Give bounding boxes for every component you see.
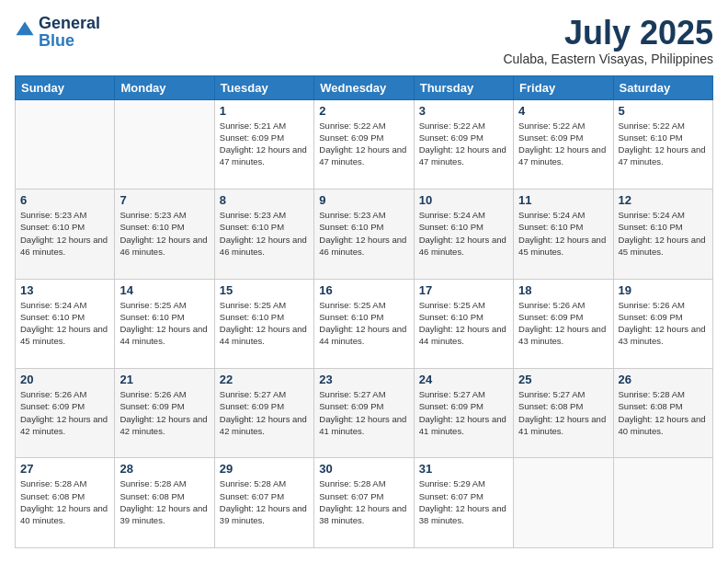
day-number: 23	[319, 373, 408, 386]
day-number: 16	[319, 283, 408, 297]
calendar-cell: 16Sunrise: 5:25 AM Sunset: 6:10 PM Dayli…	[314, 279, 414, 368]
calendar-week-row: 6Sunrise: 5:23 AM Sunset: 6:10 PM Daylig…	[16, 190, 713, 279]
calendar-cell: 19Sunrise: 5:26 AM Sunset: 6:09 PM Dayli…	[613, 279, 712, 368]
header: General Blue July 2025 Culaba, Eastern V…	[15, 15, 713, 66]
day-number: 22	[220, 373, 309, 386]
day-info: Sunrise: 5:29 AM Sunset: 6:07 PM Dayligh…	[419, 477, 508, 526]
calendar-cell: 1Sunrise: 5:21 AM Sunset: 6:09 PM Daylig…	[214, 99, 313, 189]
calendar-cell: 26Sunrise: 5:28 AM Sunset: 6:08 PM Dayli…	[613, 369, 712, 458]
day-number: 13	[20, 283, 109, 297]
day-info: Sunrise: 5:23 AM Sunset: 6:10 PM Dayligh…	[119, 209, 209, 258]
day-info: Sunrise: 5:27 AM Sunset: 6:09 PM Dayligh…	[419, 388, 508, 437]
day-number: 1	[220, 104, 309, 118]
generalblue-logo-icon	[15, 20, 35, 40]
page: General Blue July 2025 Culaba, Eastern V…	[0, 0, 728, 563]
day-number: 19	[619, 283, 708, 297]
day-number: 4	[518, 104, 608, 118]
day-number: 31	[419, 462, 508, 476]
calendar-cell: 14Sunrise: 5:25 AM Sunset: 6:10 PM Dayli…	[115, 279, 214, 368]
day-number: 17	[419, 283, 508, 297]
calendar-cell: 28Sunrise: 5:28 AM Sunset: 6:08 PM Dayli…	[115, 458, 214, 548]
calendar-table: SundayMondayTuesdayWednesdayThursdayFrid…	[15, 75, 713, 548]
calendar-cell: 5Sunrise: 5:22 AM Sunset: 6:10 PM Daylig…	[613, 99, 712, 189]
day-info: Sunrise: 5:28 AM Sunset: 6:08 PM Dayligh…	[619, 388, 708, 437]
calendar-week-row: 20Sunrise: 5:26 AM Sunset: 6:09 PM Dayli…	[16, 369, 713, 458]
day-number: 29	[220, 462, 309, 476]
calendar-cell: 25Sunrise: 5:27 AM Sunset: 6:08 PM Dayli…	[514, 369, 613, 458]
day-number: 18	[518, 283, 608, 297]
day-number: 27	[20, 462, 109, 476]
calendar-cell: 27Sunrise: 5:28 AM Sunset: 6:08 PM Dayli…	[16, 458, 115, 548]
calendar-cell: 17Sunrise: 5:25 AM Sunset: 6:10 PM Dayli…	[414, 279, 513, 368]
days-of-week-row: SundayMondayTuesdayWednesdayThursdayFrid…	[16, 75, 713, 99]
day-of-week-header: Tuesday	[214, 75, 313, 99]
day-of-week-header: Wednesday	[314, 75, 414, 99]
calendar-header: SundayMondayTuesdayWednesdayThursdayFrid…	[16, 75, 713, 99]
day-info: Sunrise: 5:24 AM Sunset: 6:10 PM Dayligh…	[419, 209, 508, 258]
calendar-cell: 24Sunrise: 5:27 AM Sunset: 6:09 PM Dayli…	[414, 369, 513, 458]
day-info: Sunrise: 5:22 AM Sunset: 6:09 PM Dayligh…	[518, 120, 608, 168]
day-number: 6	[20, 193, 109, 207]
calendar-cell: 29Sunrise: 5:28 AM Sunset: 6:07 PM Dayli…	[214, 458, 313, 548]
day-number: 8	[220, 193, 309, 207]
day-number: 5	[619, 104, 708, 118]
day-info: Sunrise: 5:22 AM Sunset: 6:10 PM Dayligh…	[619, 120, 708, 168]
day-number: 24	[419, 373, 508, 386]
day-info: Sunrise: 5:24 AM Sunset: 6:10 PM Dayligh…	[518, 209, 608, 258]
day-number: 2	[319, 104, 408, 118]
calendar-cell: 22Sunrise: 5:27 AM Sunset: 6:09 PM Dayli…	[214, 369, 313, 458]
calendar-cell: 2Sunrise: 5:22 AM Sunset: 6:09 PM Daylig…	[314, 99, 414, 189]
calendar-cell	[115, 99, 214, 189]
calendar-cell: 3Sunrise: 5:22 AM Sunset: 6:09 PM Daylig…	[414, 99, 513, 189]
day-info: Sunrise: 5:26 AM Sunset: 6:09 PM Dayligh…	[619, 299, 708, 348]
day-info: Sunrise: 5:28 AM Sunset: 6:08 PM Dayligh…	[119, 477, 209, 526]
day-info: Sunrise: 5:23 AM Sunset: 6:10 PM Dayligh…	[20, 209, 109, 258]
day-info: Sunrise: 5:25 AM Sunset: 6:10 PM Dayligh…	[419, 299, 508, 348]
day-of-week-header: Saturday	[613, 75, 712, 99]
calendar-week-row: 13Sunrise: 5:24 AM Sunset: 6:10 PM Dayli…	[16, 279, 713, 368]
day-info: Sunrise: 5:23 AM Sunset: 6:10 PM Dayligh…	[319, 209, 408, 258]
day-number: 20	[20, 373, 109, 386]
calendar-cell: 6Sunrise: 5:23 AM Sunset: 6:10 PM Daylig…	[16, 190, 115, 279]
day-info: Sunrise: 5:23 AM Sunset: 6:10 PM Dayligh…	[220, 209, 309, 258]
subtitle: Culaba, Eastern Visayas, Philippines	[503, 52, 713, 66]
day-number: 14	[119, 283, 209, 297]
day-info: Sunrise: 5:27 AM Sunset: 6:08 PM Dayligh…	[518, 388, 608, 437]
calendar-cell: 7Sunrise: 5:23 AM Sunset: 6:10 PM Daylig…	[115, 190, 214, 279]
day-of-week-header: Sunday	[16, 75, 115, 99]
day-number: 30	[319, 462, 408, 476]
calendar-cell: 13Sunrise: 5:24 AM Sunset: 6:10 PM Dayli…	[16, 279, 115, 368]
day-of-week-header: Friday	[514, 75, 613, 99]
calendar-cell	[16, 99, 115, 189]
calendar-cell: 21Sunrise: 5:26 AM Sunset: 6:09 PM Dayli…	[115, 369, 214, 458]
day-info: Sunrise: 5:24 AM Sunset: 6:10 PM Dayligh…	[20, 299, 109, 348]
day-number: 9	[319, 193, 408, 207]
calendar-body: 1Sunrise: 5:21 AM Sunset: 6:09 PM Daylig…	[16, 99, 713, 547]
day-number: 3	[419, 104, 508, 118]
day-info: Sunrise: 5:25 AM Sunset: 6:10 PM Dayligh…	[220, 299, 309, 348]
calendar-cell	[613, 458, 712, 548]
day-info: Sunrise: 5:25 AM Sunset: 6:10 PM Dayligh…	[319, 299, 408, 348]
day-info: Sunrise: 5:28 AM Sunset: 6:07 PM Dayligh…	[220, 477, 309, 526]
day-number: 25	[518, 373, 608, 386]
day-info: Sunrise: 5:21 AM Sunset: 6:09 PM Dayligh…	[220, 120, 309, 168]
svg-marker-0	[16, 21, 33, 35]
calendar-cell: 30Sunrise: 5:28 AM Sunset: 6:07 PM Dayli…	[314, 458, 414, 548]
day-number: 15	[220, 283, 309, 297]
calendar-cell: 20Sunrise: 5:26 AM Sunset: 6:09 PM Dayli…	[16, 369, 115, 458]
day-number: 21	[119, 373, 209, 386]
calendar-cell	[514, 458, 613, 548]
day-info: Sunrise: 5:25 AM Sunset: 6:10 PM Dayligh…	[119, 299, 209, 348]
calendar-cell: 23Sunrise: 5:27 AM Sunset: 6:09 PM Dayli…	[314, 369, 414, 458]
logo-general: General	[39, 15, 100, 32]
day-info: Sunrise: 5:28 AM Sunset: 6:08 PM Dayligh…	[20, 477, 109, 526]
day-number: 7	[119, 193, 209, 207]
day-info: Sunrise: 5:28 AM Sunset: 6:07 PM Dayligh…	[319, 477, 408, 526]
day-number: 28	[119, 462, 209, 476]
day-info: Sunrise: 5:26 AM Sunset: 6:09 PM Dayligh…	[119, 388, 209, 437]
calendar-cell: 4Sunrise: 5:22 AM Sunset: 6:09 PM Daylig…	[514, 99, 613, 189]
day-info: Sunrise: 5:27 AM Sunset: 6:09 PM Dayligh…	[220, 388, 309, 437]
title-section: July 2025 Culaba, Eastern Visayas, Phili…	[503, 15, 713, 66]
day-info: Sunrise: 5:24 AM Sunset: 6:10 PM Dayligh…	[619, 209, 708, 258]
calendar-cell: 15Sunrise: 5:25 AM Sunset: 6:10 PM Dayli…	[214, 279, 313, 368]
